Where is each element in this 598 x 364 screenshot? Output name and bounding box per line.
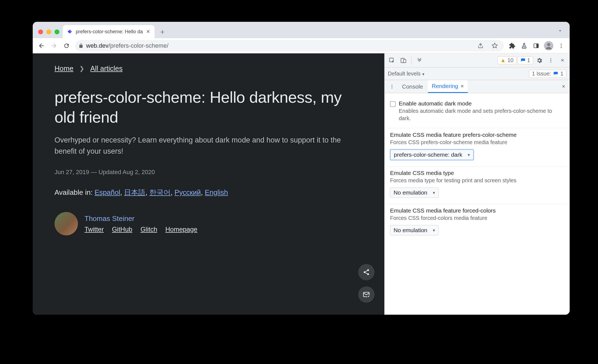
new-tab-button[interactable]: ＋ <box>157 26 168 37</box>
svg-point-19 <box>392 85 392 86</box>
author-link[interactable]: Homepage <box>165 226 197 233</box>
profile-avatar-button[interactable] <box>544 41 553 50</box>
address-bar[interactable]: web.dev/prefers-color-scheme/ <box>75 40 504 51</box>
article-date: Jun 27, 2019 — Updated Aug 2, 2020 <box>55 169 363 176</box>
lock-icon <box>78 43 83 48</box>
tab-close-button[interactable]: ✕ <box>146 28 151 35</box>
svg-rect-2 <box>536 44 538 48</box>
chrome-menu-button[interactable] <box>555 40 567 51</box>
section-prefers-color-scheme: Emulate CSS media feature prefers-color-… <box>387 128 567 166</box>
rendering-tab[interactable]: Rendering ✕ <box>428 80 468 93</box>
devtools-close-icon[interactable]: ✕ <box>557 55 567 66</box>
svg-point-6 <box>561 45 562 46</box>
svg-point-21 <box>392 87 392 88</box>
settings-gear-icon[interactable] <box>534 55 545 66</box>
pcs-select-value: prefers-color-scheme: dark <box>394 151 462 158</box>
pcs-select[interactable]: prefers-color-scheme: dark <box>390 149 474 160</box>
browser-tab[interactable]: prefers-color-scheme: Hello da ✕ <box>63 25 155 38</box>
warnings-badge[interactable]: ▲ 10 <box>497 56 517 64</box>
breadcrumb-home[interactable]: Home <box>55 64 73 73</box>
warning-icon: ▲ <box>500 57 506 63</box>
auto-dark-checkbox[interactable] <box>390 101 395 107</box>
drawer-menu-icon[interactable] <box>387 81 397 92</box>
log-levels-dropdown[interactable]: Default levels <box>388 71 425 77</box>
svg-point-4 <box>547 43 550 46</box>
svg-point-7 <box>561 47 562 48</box>
lang-link[interactable]: Español <box>95 188 120 196</box>
author-link[interactable]: GitHub <box>112 226 132 233</box>
lang-link[interactable]: 한국어 <box>149 188 171 196</box>
tab-strip: prefers-color-scheme: Hello da ✕ ＋ <box>33 22 570 38</box>
issues-badge[interactable]: 1 Issue: 1 <box>529 70 566 78</box>
svg-point-0 <box>524 46 525 47</box>
svg-point-18 <box>550 62 551 62</box>
subscribe-button[interactable] <box>358 286 374 303</box>
mediatype-select[interactable]: No emulation <box>390 187 439 198</box>
browser-window: prefers-color-scheme: Hello da ✕ ＋ web.d… <box>33 22 570 315</box>
reload-button[interactable] <box>61 40 73 52</box>
side-panel-icon[interactable] <box>530 40 542 51</box>
forcedcolors-select-value: No emulation <box>394 227 427 233</box>
pcs-label: Emulate CSS media feature prefers-color-… <box>390 132 564 138</box>
content-row: Home ❯ All articles prefers-color-scheme… <box>33 53 570 315</box>
share-button[interactable] <box>358 264 374 280</box>
share-icon[interactable] <box>475 40 486 51</box>
author-links: Twitter GitHub Glitch Homepage <box>84 226 197 233</box>
breadcrumb-all-articles[interactable]: All articles <box>90 64 122 73</box>
inspect-element-icon[interactable] <box>387 55 397 66</box>
lang-link[interactable]: 日本語 <box>124 188 145 196</box>
article-pane: Home ❯ All articles prefers-color-scheme… <box>33 53 384 315</box>
author-row: Thomas Steiner Twitter GitHub Glitch Hom… <box>55 212 363 235</box>
devtools-menu-icon[interactable] <box>546 55 556 66</box>
language-lead: Available in: <box>55 188 95 196</box>
mediatype-desc: Forces media type for testing print and … <box>390 177 564 184</box>
tab-favicon <box>67 28 73 35</box>
drawer-close-icon[interactable]: ✕ <box>560 82 567 91</box>
author-name[interactable]: Thomas Steiner <box>84 214 197 223</box>
mediatype-select-value: No emulation <box>394 189 427 196</box>
mediatype-label: Emulate CSS media type <box>390 170 564 176</box>
section-auto-dark: Enable automatic dark mode Enables autom… <box>387 97 567 128</box>
extensions-icon[interactable] <box>506 40 518 51</box>
devtools-drawer-tabs: Console Rendering ✕ ✕ <box>385 80 570 93</box>
breadcrumbs: Home ❯ All articles <box>55 64 363 73</box>
author-avatar <box>55 212 78 235</box>
browser-toolbar: web.dev/prefers-color-scheme/ <box>33 38 570 53</box>
device-toolbar-icon[interactable] <box>398 55 409 66</box>
lang-link[interactable]: English <box>205 188 228 196</box>
maximize-window-button[interactable] <box>55 29 59 34</box>
article-title: prefers-color-scheme: Hello darkness, my… <box>55 87 363 127</box>
back-button[interactable] <box>35 40 47 52</box>
author-link[interactable]: Glitch <box>140 226 157 233</box>
bookmark-star-icon[interactable] <box>489 40 500 51</box>
lang-link[interactable]: Русский <box>174 188 201 196</box>
labs-icon[interactable] <box>518 40 530 51</box>
section-forced-colors: Emulate CSS media feature forced-colors … <box>387 204 567 241</box>
tab-close-icon[interactable]: ✕ <box>460 84 464 89</box>
issues-label: 1 Issue: <box>532 71 551 77</box>
tabs-dropdown-button[interactable] <box>554 25 566 37</box>
info-badge[interactable]: 1 <box>518 56 533 64</box>
minimize-window-button[interactable] <box>46 29 51 34</box>
info-icon <box>521 58 525 63</box>
info-count: 1 <box>527 57 530 63</box>
devtools-panel: ▲ 10 1 ✕ Default levels <box>384 53 570 315</box>
svg-point-16 <box>550 58 551 59</box>
forcedcolors-label: Emulate CSS media feature forced-colors <box>390 207 564 214</box>
svg-rect-15 <box>403 59 406 63</box>
forcedcolors-select[interactable]: No emulation <box>390 225 439 235</box>
close-window-button[interactable] <box>38 29 43 34</box>
url-text: web.dev/prefers-color-scheme/ <box>86 42 168 49</box>
forward-button[interactable] <box>48 40 60 52</box>
svg-point-5 <box>561 43 562 44</box>
console-tab[interactable]: Console <box>398 81 427 93</box>
auto-dark-desc: Enables automatic dark mode and sets pre… <box>399 107 564 122</box>
rendering-panel-body: Enable automatic dark mode Enables autom… <box>385 93 570 315</box>
svg-point-17 <box>550 60 551 61</box>
svg-point-9 <box>364 271 366 273</box>
article-subtitle: Overhyped or necessity? Learn everything… <box>55 135 363 157</box>
svg-point-10 <box>367 273 369 275</box>
more-panels-icon[interactable] <box>414 55 425 66</box>
devtools-console-filter-row: Default levels 1 Issue: 1 <box>385 68 570 80</box>
author-link[interactable]: Twitter <box>84 226 104 233</box>
